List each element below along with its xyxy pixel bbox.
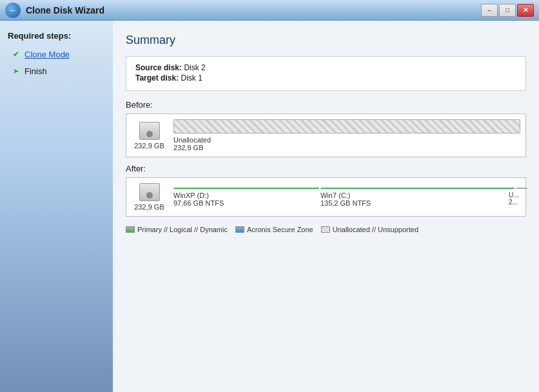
- primary-swatch: [126, 226, 135, 233]
- content-area: Summary Source disk: Disk 2 Target disk:…: [113, 21, 539, 392]
- source-disk-info: Source disk: Disk 2: [135, 63, 516, 72]
- disk-image: [139, 122, 160, 140]
- sidebar-item-clone-mode[interactable]: ✔ Clone Mode: [8, 47, 105, 61]
- disk-image-after: [139, 183, 160, 201]
- before-label: Before:: [126, 100, 526, 110]
- check-icon: ✔: [10, 49, 21, 59]
- partition-bars: [173, 188, 520, 189]
- win7-partition-bar: [320, 188, 514, 189]
- after-disk-icon: 232,9 GB: [132, 183, 167, 211]
- app-icon: [5, 3, 21, 18]
- before-bars: Unallocated 232,9 GB: [173, 119, 520, 152]
- before-disk-size: 232,9 GB: [134, 142, 164, 150]
- finish-label: Finish: [24, 66, 47, 76]
- after-disk-panel: 232,9 GB WinXP (D:) 97,66 GB NTFS Win7 (…: [126, 177, 526, 217]
- titlebar: Clone Disk Wizard – □ ✕: [0, 0, 539, 21]
- legend-primary: Primary // Logical // Dynamic: [126, 226, 228, 233]
- window-controls: – □ ✕: [481, 4, 534, 17]
- window-title: Clone Disk Wizard: [26, 5, 481, 15]
- before-disk-panel: 232,9 GB Unallocated 232,9 GB: [126, 113, 526, 157]
- before-disk-icon: 232,9 GB: [132, 122, 167, 150]
- unalloc-label: Unallocated 232,9 GB: [173, 136, 520, 152]
- info-box: Source disk: Disk 2 Target disk: Disk 1: [126, 56, 526, 91]
- maximize-button[interactable]: □: [499, 4, 516, 17]
- minimize-button[interactable]: –: [481, 4, 498, 17]
- small-part-label: U... 2...: [509, 191, 520, 207]
- acronis-swatch: [235, 226, 244, 233]
- close-button[interactable]: ✕: [517, 4, 534, 17]
- small-partition-bar: [516, 188, 527, 189]
- win7-label: Win7 (C:) 135,2 GB NTFS: [320, 191, 507, 207]
- unallocated-bar: [173, 119, 520, 133]
- acronis-label: Acronis Secure Zone: [247, 226, 313, 233]
- legend-unalloc: Unallocated // Unsupported: [321, 226, 418, 233]
- winxp-label: WinXP (D:) 97,66 GB NTFS: [173, 191, 319, 207]
- primary-label: Primary // Logical // Dynamic: [137, 226, 228, 233]
- arrow-icon: ➤: [10, 66, 21, 76]
- unalloc-swatch: [321, 226, 330, 233]
- page-title: Summary: [126, 34, 526, 47]
- sidebar-item-finish: ➤ Finish: [8, 64, 105, 78]
- legend: Primary // Logical // Dynamic Acronis Se…: [126, 226, 526, 233]
- clone-mode-link[interactable]: Clone Mode: [24, 50, 70, 59]
- legend-acronis: Acronis Secure Zone: [235, 226, 313, 233]
- main-container: Required steps: ✔ Clone Mode ➤ Finish Su…: [0, 21, 539, 392]
- after-label: After:: [126, 164, 526, 173]
- target-disk-info: Target disk: Disk 1: [135, 74, 516, 83]
- after-labels: WinXP (D:) 97,66 GB NTFS Win7 (C:) 135,2…: [173, 191, 520, 207]
- after-disk-size: 232,9 GB: [134, 203, 164, 211]
- sidebar: Required steps: ✔ Clone Mode ➤ Finish: [0, 21, 113, 392]
- after-bars: WinXP (D:) 97,66 GB NTFS Win7 (C:) 135,2…: [173, 188, 520, 207]
- required-steps-label: Required steps:: [8, 31, 105, 41]
- unalloc-legend-label: Unallocated // Unsupported: [333, 226, 418, 233]
- winxp-partition-bar: [173, 188, 319, 189]
